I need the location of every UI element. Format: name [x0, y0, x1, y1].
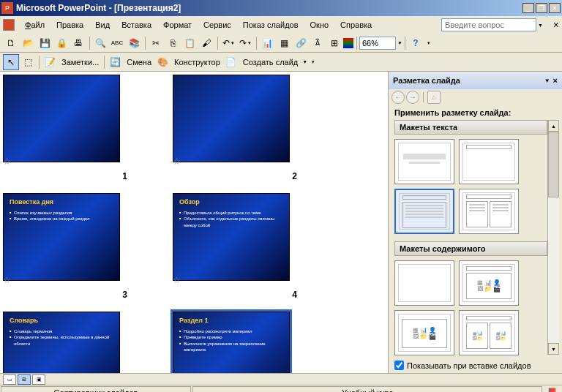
preview-button[interactable]: 🔍	[92, 35, 108, 51]
nav-home-button[interactable]: ⌂	[427, 91, 441, 104]
menu-slideshow[interactable]: Показ слайдов	[237, 19, 304, 31]
zoom-dropdown-icon[interactable]: ▼	[397, 40, 402, 45]
menu-edit[interactable]: Правка	[50, 19, 89, 31]
layout-title-only[interactable]	[459, 139, 519, 184]
slide-thumbnail[interactable]: Раздел 1Подробно рассмотрите материалПри…	[173, 312, 319, 373]
slide-title: Словарь	[10, 317, 113, 324]
transition-icon[interactable]: 🔄	[107, 54, 123, 70]
research-button[interactable]: 📚	[126, 35, 142, 51]
transition-icon[interactable]: ☆	[173, 157, 181, 167]
window-title: Microsoft PowerPoint - [Презентация2]	[16, 3, 522, 13]
hyperlink-button[interactable]: 🔗	[293, 35, 309, 51]
grid-button[interactable]: ⊞	[326, 35, 342, 51]
slideshow-view-button[interactable]: ▣	[32, 374, 45, 385]
save-button[interactable]: 💾	[37, 35, 53, 51]
taskpane-scrollbar[interactable]: ▲ ▼	[547, 120, 559, 355]
transition-icon[interactable]: ☆	[3, 275, 11, 285]
table-button[interactable]: ▦	[276, 35, 292, 51]
slide-content[interactable]: Раздел 1Подробно рассмотрите материалПри…	[173, 312, 290, 373]
paste-button[interactable]: 📋	[181, 35, 198, 51]
transition-icon[interactable]: ☆	[3, 157, 11, 167]
toolbar-overflow-icon[interactable]: ▾	[427, 40, 430, 46]
layout-two-content-obj[interactable]: ▦📊🖼📁▦📊🖼📁	[459, 310, 519, 355]
designer-button[interactable]: Конструктор	[171, 54, 223, 70]
task-pane: Разметка слайда ▼ × ← → ⌂ Применить разм…	[388, 72, 562, 373]
layout-two-content[interactable]	[459, 189, 519, 234]
normal-view-button[interactable]: ▭	[3, 374, 16, 385]
sorter-view-button[interactable]: ⊞	[18, 374, 31, 385]
scroll-thumb[interactable]	[548, 132, 559, 197]
arrow-tool-button[interactable]: ↖	[3, 54, 19, 70]
layout-title-content[interactable]	[394, 189, 454, 234]
layout-content-small[interactable]: ▦ 📊 👤🖼 📁 🎬	[394, 310, 454, 355]
menu-format[interactable]: Формат	[157, 19, 198, 31]
status-bar: Сортировщик слайдов Учебный курс 📕	[0, 385, 562, 392]
minimize-button[interactable]: _	[522, 3, 534, 13]
slide-sorter-area: ☆1☆2Повестка дняСписок изучаемых раздело…	[0, 72, 388, 373]
layout-blank[interactable]	[394, 260, 454, 306]
question-dropdown-icon[interactable]: ▼	[538, 23, 543, 28]
document-icon[interactable]	[3, 19, 15, 31]
menu-view[interactable]: Вид	[89, 19, 116, 31]
permission-button[interactable]: 🔒	[53, 35, 70, 51]
menu-file[interactable]: Файл	[19, 19, 50, 31]
color-button[interactable]	[343, 38, 353, 48]
format-painter-button[interactable]: 🖌	[198, 35, 214, 51]
format-show-button[interactable]: ⬚	[20, 54, 36, 70]
nav-back-button[interactable]: ←	[391, 91, 405, 104]
transition-icon[interactable]: ☆	[173, 275, 181, 285]
doc-close-button[interactable]: ×	[550, 19, 562, 31]
slide-content[interactable]: СловарьСловарь терминовОпределите термин…	[3, 312, 120, 373]
slide-thumbnail[interactable]: СловарьСловарь терминовОпределите термин…	[3, 312, 149, 373]
slide-thumbnail[interactable]: Повестка дняСписок изучаемых разделовВре…	[3, 193, 149, 300]
spellcheck-button[interactable]: ABC	[109, 35, 125, 51]
show-on-insert-label: Показывать при вставке слайдов	[407, 361, 531, 370]
show-on-insert-checkbox[interactable]	[394, 361, 404, 370]
restore-button[interactable]: ❐	[536, 3, 547, 13]
slide-thumbnail[interactable]: ☆1	[3, 75, 149, 181]
copy-button[interactable]: ⎘	[165, 35, 181, 51]
slide-content[interactable]	[173, 75, 290, 162]
slide-thumbnail[interactable]: ☆2	[173, 75, 319, 181]
scroll-up-button[interactable]: ▲	[548, 120, 559, 132]
designer-icon[interactable]: 🎨	[154, 54, 171, 70]
help-button[interactable]: ?	[408, 35, 424, 51]
undo-button[interactable]: ↶▾	[220, 35, 236, 51]
taskpane-close-button[interactable]: ×	[553, 76, 558, 85]
print-button[interactable]: 🖶	[70, 35, 86, 51]
redo-button[interactable]: ↷▾	[237, 35, 253, 51]
menu-window[interactable]: Окно	[304, 19, 335, 31]
new-slide-button[interactable]: Создать слайд	[240, 54, 301, 70]
zoom-input[interactable]	[359, 37, 396, 50]
notes-icon[interactable]: 📝	[42, 54, 58, 70]
new-button[interactable]: 🗋	[3, 35, 19, 51]
scroll-down-button[interactable]: ▼	[548, 343, 559, 355]
menu-help[interactable]: Справка	[334, 19, 378, 31]
slide-title: Обзор	[179, 198, 283, 206]
toolbar2-overflow-icon[interactable]: ▾	[312, 59, 315, 65]
nav-forward-button[interactable]: →	[406, 91, 419, 104]
chart-button[interactable]: 📊	[259, 35, 275, 51]
taskpane-dropdown-icon[interactable]: ▼	[544, 78, 550, 84]
menu-tools[interactable]: Сервис	[198, 19, 237, 31]
notes-button[interactable]: Заметки...	[59, 54, 102, 70]
slide-content[interactable]	[3, 75, 120, 162]
status-lang-icon[interactable]: 📕	[543, 385, 562, 392]
slide-content[interactable]: ОбзорПредоставьте общий рисунок по темеО…	[173, 193, 290, 281]
layout-title[interactable]	[394, 139, 454, 184]
status-view-mode: Сортировщик слайдов	[1, 386, 191, 392]
help-question-input[interactable]	[441, 18, 536, 31]
slide-thumbnail[interactable]: ОбзорПредоставьте общий рисунок по темеО…	[173, 193, 319, 300]
layout-content[interactable]: ▦ 📊 👤🖼 📁 🎬	[459, 260, 519, 306]
slide-content[interactable]: Повестка дняСписок изучаемых разделовВре…	[3, 193, 120, 281]
new-slide-icon[interactable]: 📄	[223, 54, 239, 70]
transition-button[interactable]: Смена	[124, 54, 154, 70]
close-button[interactable]: ×	[549, 3, 561, 13]
newslide-dropdown-icon[interactable]: ▼	[302, 59, 307, 64]
view-buttons-bar: ▭ ⊞ ▣	[0, 373, 562, 385]
open-button[interactable]: 📂	[20, 35, 36, 51]
menu-insert[interactable]: Вставка	[116, 19, 157, 31]
expand-button[interactable]: A̅	[310, 35, 326, 51]
cut-button[interactable]: ✂	[148, 35, 164, 51]
slide-number: 2	[292, 171, 297, 181]
